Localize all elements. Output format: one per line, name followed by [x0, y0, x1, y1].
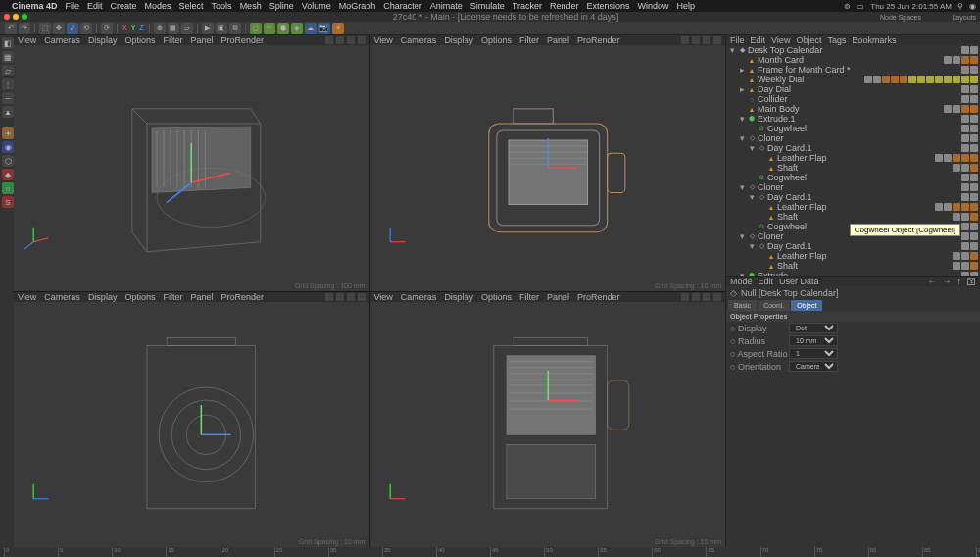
- clock[interactable]: Thu 25 Jun 2:01:55 AM: [870, 2, 952, 11]
- workplane-button[interactable]: ▱: [181, 23, 193, 34]
- vp-max-icon[interactable]: [358, 36, 366, 44]
- deformer[interactable]: ◈: [291, 23, 303, 34]
- object-tag[interactable]: [873, 76, 881, 83]
- attr-nav-up[interactable]: ↑: [957, 277, 962, 286]
- vp-menu-prorender[interactable]: ProRender: [577, 35, 620, 45]
- minimize-button[interactable]: [13, 14, 19, 20]
- vp-menu-cameras[interactable]: Cameras: [401, 35, 437, 45]
- object-tag[interactable]: [891, 76, 899, 83]
- attr-nav-back[interactable]: ←: [928, 277, 937, 286]
- render-view[interactable]: ▶: [202, 23, 214, 34]
- expand-toggle[interactable]: ▾: [750, 143, 758, 153]
- tab-basic[interactable]: Basic: [728, 300, 757, 311]
- vp-menu-display[interactable]: Display: [444, 292, 473, 302]
- object-tag[interactable]: [953, 56, 960, 64]
- vp-menu-panel[interactable]: Panel: [190, 35, 213, 45]
- menu-mograph[interactable]: MoGraph: [339, 1, 376, 11]
- menu-modes[interactable]: Modes: [145, 1, 172, 11]
- object-row[interactable]: ▲Weekly Dial: [726, 75, 980, 84]
- object-tag[interactable]: [970, 85, 978, 93]
- object-tag[interactable]: [944, 203, 952, 211]
- viewport-front[interactable]: ViewCamerasDisplayOptionsFilterPanelProR…: [370, 292, 726, 548]
- object-name[interactable]: Day Card.1: [767, 241, 961, 251]
- object-row[interactable]: ▲Leather Flap: [726, 153, 980, 163]
- objmgr-menu-view[interactable]: View: [771, 35, 790, 45]
- object-tag[interactable]: [961, 174, 969, 181]
- object-tag[interactable]: [970, 232, 978, 240]
- snap-button[interactable]: ▦: [168, 23, 179, 34]
- vp-menu-options[interactable]: Options: [124, 292, 155, 302]
- object-tag[interactable]: [970, 115, 978, 123]
- object-tag[interactable]: [935, 203, 943, 211]
- object-tag[interactable]: [970, 144, 978, 152]
- object-tag[interactable]: [961, 85, 969, 93]
- object-tag[interactable]: [961, 76, 969, 83]
- object-tag[interactable]: [900, 76, 907, 83]
- object-row[interactable]: ▲Shaft: [726, 261, 980, 271]
- expand-toggle[interactable]: ▾: [740, 182, 748, 192]
- object-tag[interactable]: [953, 203, 960, 211]
- object-name[interactable]: Day Card.1: [767, 192, 961, 202]
- axis-mode[interactable]: ✦: [2, 127, 14, 139]
- object-row[interactable]: ▲Shaft: [726, 163, 980, 173]
- vp-zoom-icon[interactable]: [703, 36, 710, 44]
- object-tag[interactable]: [970, 105, 978, 113]
- environment[interactable]: ☁: [305, 23, 317, 34]
- spline-primitive[interactable]: 〰: [264, 23, 275, 34]
- z-axis-toggle[interactable]: Z: [139, 25, 143, 31]
- object-tag[interactable]: [970, 252, 978, 260]
- object-tag[interactable]: [882, 76, 890, 83]
- object-tag[interactable]: [970, 76, 978, 83]
- object-row[interactable]: ▾◇Day Card.1: [726, 241, 980, 251]
- object-name[interactable]: Day Card.1: [767, 143, 961, 153]
- object-tag[interactable]: [961, 105, 969, 113]
- object-tag[interactable]: [961, 242, 969, 250]
- object-row[interactable]: ▾◇Cloner: [726, 133, 980, 143]
- expand-toggle[interactable]: ▾: [750, 241, 758, 251]
- object-tag[interactable]: [961, 232, 969, 240]
- menu-create[interactable]: Create: [111, 1, 137, 11]
- menu-mesh[interactable]: Mesh: [240, 1, 262, 11]
- object-tag[interactable]: [970, 262, 978, 270]
- object-tag[interactable]: [908, 76, 916, 83]
- object-name[interactable]: Leather Flap: [777, 202, 935, 212]
- vp-max-icon[interactable]: [713, 293, 721, 301]
- menu-select[interactable]: Select: [179, 1, 204, 11]
- object-tag[interactable]: [961, 252, 969, 260]
- vp-zoom-icon[interactable]: [703, 293, 710, 301]
- object-tag[interactable]: [970, 56, 978, 64]
- object-name[interactable]: Leather Flap: [777, 251, 953, 261]
- vp-menu-cameras[interactable]: Cameras: [401, 292, 437, 302]
- vp-menu-display[interactable]: Display: [88, 292, 118, 302]
- object-tag[interactable]: [864, 76, 872, 83]
- object-tag[interactable]: [961, 66, 969, 74]
- history-button[interactable]: ⟳: [101, 23, 113, 34]
- object-row[interactable]: ○Collider: [726, 94, 980, 104]
- tweak-mode[interactable]: ⬡: [2, 155, 14, 167]
- attr-nav-fwd[interactable]: →: [943, 277, 952, 286]
- object-name[interactable]: Shaft: [777, 163, 953, 173]
- viewport-top[interactable]: ViewCamerasDisplayOptionsFilterPanelProR…: [370, 35, 726, 291]
- attr-value-select[interactable]: 1: [789, 348, 838, 359]
- object-name[interactable]: Cloner: [758, 182, 961, 192]
- expand-toggle[interactable]: ▾: [740, 133, 748, 143]
- layouts-menu[interactable]: Layouts: [952, 14, 976, 21]
- point-mode[interactable]: ⋮: [2, 78, 14, 90]
- vp-pan-icon[interactable]: [692, 36, 700, 44]
- object-tag[interactable]: [970, 242, 978, 250]
- object-tag[interactable]: [961, 144, 969, 152]
- vp-menu-filter[interactable]: Filter: [519, 35, 539, 45]
- attr-lock-icon[interactable]: ⚿: [967, 277, 976, 286]
- vp-menu-prorender[interactable]: ProRender: [220, 292, 264, 302]
- object-tag[interactable]: [961, 183, 969, 191]
- maximize-button[interactable]: [22, 14, 27, 20]
- cube-primitive[interactable]: ◻: [250, 23, 262, 34]
- object-tag[interactable]: [970, 193, 978, 201]
- object-row[interactable]: ▲Shaft: [726, 212, 980, 222]
- object-tag[interactable]: [961, 115, 969, 123]
- wifi-icon[interactable]: ⊚: [844, 2, 851, 11]
- objmgr-menu-bookmarks[interactable]: Bookmarks: [852, 35, 896, 45]
- object-name[interactable]: Shaft: [777, 261, 953, 271]
- object-name[interactable]: Shaft: [777, 212, 953, 222]
- object-row[interactable]: ▸▲Day Dial: [726, 84, 980, 94]
